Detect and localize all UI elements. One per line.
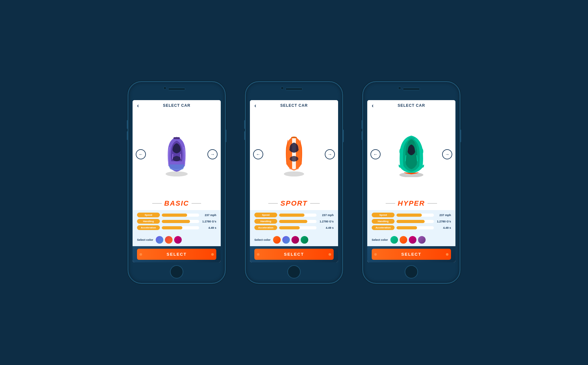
car-nav-right-hyper[interactable]: →	[442, 149, 452, 159]
stat-bar-fill-sport-2	[279, 226, 300, 229]
stat-value-sport-1: 1.2780 G's	[318, 220, 334, 223]
stat-bar-fill-hyper-0	[396, 214, 422, 217]
car-display-hyper: ← →	[367, 111, 455, 197]
stat-bar-container-hyper-0	[396, 214, 434, 217]
header-title-sport: SELECT CAR	[280, 103, 308, 108]
stat-row-basic-0: Speed 237 mph	[137, 213, 216, 217]
home-button-hyper[interactable]	[405, 265, 418, 279]
stat-label-sport-2: Acceleration	[254, 225, 277, 230]
color-swatch-sport-0[interactable]	[273, 236, 281, 244]
back-button-basic[interactable]: ‹	[137, 102, 139, 109]
select-button-sport[interactable]: SELECT	[254, 249, 334, 260]
color-swatch-sport-3[interactable]	[301, 236, 308, 244]
stat-row-hyper-0: Speed 237 mph	[372, 213, 451, 217]
svg-rect-1	[173, 137, 180, 139]
stat-row-basic-2: Acceleration 4.49 s	[137, 225, 216, 230]
header-title-hyper: SELECT CAR	[398, 103, 425, 108]
select-button-basic[interactable]: SELECT	[137, 249, 216, 260]
stat-bar-container-basic-2	[162, 226, 199, 229]
car-name-hyper: HYPER	[398, 199, 425, 208]
stat-bar-container-hyper-2	[396, 226, 434, 229]
color-section-sport: Select color	[250, 234, 338, 246]
stat-row-basic-1: Handling 1.2780 G's	[137, 219, 216, 224]
power-btn-sport	[343, 130, 344, 142]
vol-up-btn-basic	[127, 120, 128, 129]
car-nav-right-basic[interactable]: →	[207, 149, 218, 159]
header-title-basic: SELECT CAR	[163, 103, 191, 108]
name-dash-right-hyper	[428, 203, 437, 204]
vol-down-btn-basic	[127, 131, 128, 140]
color-swatch-hyper-2[interactable]	[409, 236, 416, 244]
car-nav-left-hyper[interactable]: ←	[370, 149, 381, 159]
phone-sport: ‹ SELECT CAR ← →	[245, 81, 343, 284]
speaker-hyper	[403, 88, 420, 90]
back-button-sport[interactable]: ‹	[254, 102, 256, 109]
stat-label-hyper-0: Speed	[372, 213, 395, 217]
car-nav-right-sport[interactable]: →	[325, 149, 335, 159]
app-header-hyper: ‹ SELECT CAR	[367, 100, 455, 111]
color-section-basic: Select color	[133, 234, 221, 246]
vol-up-btn-sport	[244, 120, 245, 129]
stat-bar-container-sport-2	[279, 226, 317, 229]
app-header-basic: ‹ SELECT CAR	[133, 100, 221, 111]
back-button-hyper[interactable]: ‹	[372, 102, 374, 109]
car-image-hyper	[394, 131, 429, 177]
camera-hyper	[398, 86, 401, 90]
name-dash-right-basic	[192, 203, 201, 204]
color-swatch-sport-1[interactable]	[282, 236, 290, 244]
car-image-basic	[159, 131, 194, 177]
car-name-section-sport: SPORT	[250, 197, 338, 210]
vol-down-btn-hyper	[362, 131, 363, 140]
stat-row-hyper-2: Acceleration 4.49 s	[372, 225, 451, 230]
speaker-basic	[168, 88, 186, 90]
color-swatch-hyper-0[interactable]	[390, 236, 398, 244]
select-button-hyper[interactable]: SELECT	[372, 249, 451, 260]
phone-basic: ‹ SELECT CAR ← →	[127, 81, 226, 284]
car-name-section-hyper: HYPER	[367, 197, 455, 210]
select-btn-area-basic: SELECT	[133, 246, 221, 262]
phone-screen-hyper: ‹ SELECT CAR ←	[367, 100, 455, 262]
stat-bar-container-basic-0	[162, 214, 199, 217]
stat-bar-container-sport-1	[279, 220, 317, 223]
color-swatch-hyper-3[interactable]	[418, 236, 426, 244]
stat-row-sport-2: Acceleration 4.49 s	[254, 225, 334, 230]
stat-value-sport-0: 237 mph	[318, 214, 334, 217]
color-swatch-basic-1[interactable]	[165, 236, 173, 244]
home-button-sport[interactable]	[287, 265, 301, 279]
stat-value-sport-2: 4.49 s	[318, 226, 334, 229]
stat-label-basic-1: Handling	[137, 219, 160, 224]
stat-bar-fill-sport-1	[279, 220, 307, 223]
color-section-label-sport: Select color	[254, 238, 271, 241]
phone-screen-basic: ‹ SELECT CAR ← →	[133, 100, 221, 262]
stat-label-sport-1: Handling	[254, 219, 277, 224]
stat-bar-container-basic-1	[162, 220, 199, 223]
svg-rect-5	[292, 138, 296, 169]
stat-bar-fill-basic-0	[162, 214, 187, 217]
stat-row-sport-0: Speed 237 mph	[254, 213, 334, 217]
stat-value-hyper-0: 237 mph	[436, 214, 451, 217]
vol-up-btn-hyper	[362, 120, 363, 129]
color-swatch-sport-2[interactable]	[291, 236, 299, 244]
car-display-basic: ← →	[133, 111, 221, 197]
select-btn-area-sport: SELECT	[250, 246, 338, 262]
svg-line-2	[173, 154, 173, 159]
stat-bar-fill-basic-1	[162, 220, 190, 223]
stat-label-basic-2: Acceleration	[137, 225, 160, 230]
car-nav-left-basic[interactable]: ←	[136, 149, 146, 159]
stat-label-basic-0: Speed	[137, 213, 160, 217]
camera-sport	[281, 86, 284, 90]
car-nav-left-sport[interactable]: ←	[253, 149, 263, 159]
color-swatch-hyper-1[interactable]	[400, 236, 407, 244]
stat-label-hyper-2: Acceleration	[372, 225, 395, 230]
color-swatch-basic-0[interactable]	[156, 236, 163, 244]
stat-value-hyper-1: 1.2780 G's	[436, 220, 451, 223]
home-button-basic[interactable]	[170, 265, 183, 279]
name-dash-left-hyper	[386, 203, 395, 204]
car-name-sport: SPORT	[280, 199, 307, 208]
car-display-sport: ← →	[250, 111, 338, 197]
color-swatch-basic-2[interactable]	[174, 236, 182, 244]
select-btn-area-hyper: SELECT	[367, 246, 455, 262]
stats-section-basic: Speed 237 mph Handling 1.2780 G's	[133, 210, 221, 234]
stat-bar-fill-basic-2	[162, 226, 182, 229]
stat-bar-fill-sport-0	[279, 214, 304, 217]
